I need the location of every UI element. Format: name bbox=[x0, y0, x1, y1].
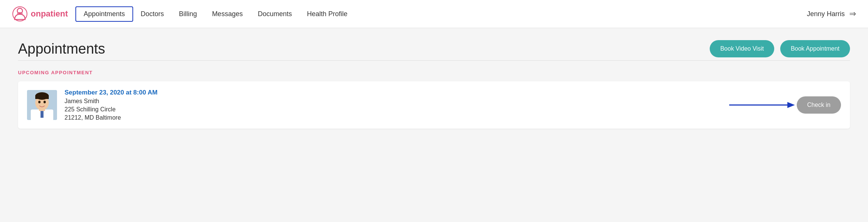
nav-links: Appointments Doctors Billing Messages Do… bbox=[75, 6, 807, 22]
appointment-card: September 23, 2020 at 8:00 AM James Smit… bbox=[18, 81, 850, 129]
doctor-avatar-svg bbox=[27, 90, 57, 120]
nav-right: Jenny Harris ⇒ bbox=[807, 9, 856, 19]
svg-rect-8 bbox=[35, 95, 49, 99]
appointment-address: 225 Schilling Circle bbox=[65, 106, 158, 113]
navbar: onpatient Appointments Doctors Billing M… bbox=[0, 0, 868, 28]
nav-item-doctors[interactable]: Doctors bbox=[133, 7, 171, 21]
appointment-city: 21212, MD Baltimore bbox=[65, 114, 158, 121]
appointment-info: September 23, 2020 at 8:00 AM James Smit… bbox=[65, 89, 158, 121]
book-appointment-button[interactable]: Book Appointment bbox=[780, 40, 850, 57]
arrow-svg bbox=[729, 99, 797, 111]
page-title: Appointments bbox=[18, 41, 105, 57]
page-header: Appointments Book Video Visit Book Appoi… bbox=[18, 40, 850, 57]
svg-point-10 bbox=[44, 101, 46, 104]
upcoming-section-label: UPCOMING APPOINTMENT bbox=[18, 70, 850, 75]
checkin-area: Check in bbox=[729, 96, 841, 114]
appointment-doctor: James Smith bbox=[65, 98, 158, 105]
logo-link[interactable]: onpatient bbox=[12, 6, 68, 22]
main-content: Appointments Book Video Visit Book Appoi… bbox=[0, 28, 868, 222]
header-actions: Book Video Visit Book Appointment bbox=[710, 40, 850, 57]
logo-text: onpatient bbox=[31, 9, 68, 19]
doctor-avatar bbox=[27, 90, 57, 120]
onpatient-logo-icon bbox=[12, 6, 28, 22]
nav-item-appointments[interactable]: Appointments bbox=[75, 6, 133, 22]
svg-marker-12 bbox=[787, 102, 795, 108]
nav-item-health-profile[interactable]: Health Profile bbox=[299, 7, 355, 21]
svg-point-9 bbox=[38, 101, 41, 104]
appointment-datetime: September 23, 2020 at 8:00 AM bbox=[65, 89, 158, 96]
checkin-button[interactable]: Check in bbox=[797, 96, 841, 114]
nav-item-messages[interactable]: Messages bbox=[204, 7, 250, 21]
book-video-visit-button[interactable]: Book Video Visit bbox=[710, 40, 774, 57]
nav-item-billing[interactable]: Billing bbox=[171, 7, 204, 21]
nav-item-documents[interactable]: Documents bbox=[250, 7, 299, 21]
user-name: Jenny Harris bbox=[807, 10, 845, 18]
svg-rect-4 bbox=[41, 110, 44, 118]
divider bbox=[18, 60, 850, 61]
checkin-arrow bbox=[729, 99, 797, 111]
logout-icon[interactable]: ⇒ bbox=[849, 9, 856, 19]
